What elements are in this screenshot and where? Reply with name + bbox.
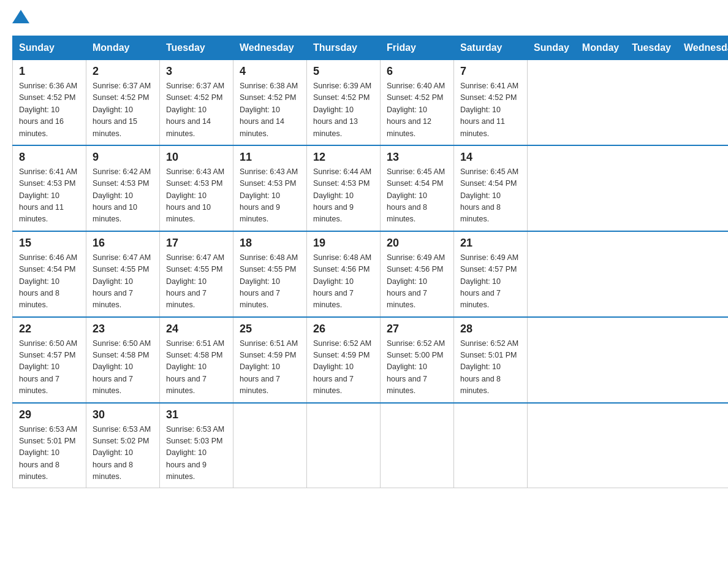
- day-number: 7: [460, 65, 521, 78]
- day-number: 2: [93, 65, 153, 78]
- day-number: 30: [93, 408, 153, 421]
- calendar-cell: 10Sunrise: 6:43 AMSunset: 4:53 PMDayligh…: [160, 145, 233, 231]
- logo-triangle-icon: [12, 10, 29, 23]
- day-info: Sunrise: 6:48 AMSunset: 4:55 PMDaylight:…: [240, 252, 300, 312]
- day-number: 26: [313, 323, 374, 335]
- day-info: Sunrise: 6:52 AMSunset: 5:00 PMDaylight:…: [387, 338, 447, 397]
- calendar-cell: 31Sunrise: 6:53 AMSunset: 5:03 PMDayligh…: [160, 403, 233, 488]
- day-number: 16: [93, 237, 153, 250]
- calendar-cell: 12Sunrise: 6:44 AMSunset: 4:53 PMDayligh…: [307, 145, 381, 231]
- calendar-cell: 2Sunrise: 6:37 AMSunset: 4:52 PMDaylight…: [86, 60, 160, 145]
- day-number: 17: [166, 237, 227, 250]
- calendar-cell: 15Sunrise: 6:46 AMSunset: 4:54 PMDayligh…: [13, 231, 86, 317]
- header-saturday: Saturday: [454, 36, 528, 60]
- day-info: Sunrise: 6:41 AMSunset: 4:53 PMDaylight:…: [19, 166, 80, 226]
- calendar-cell: 8Sunrise: 6:41 AMSunset: 4:53 PMDaylight…: [13, 145, 86, 231]
- calendar-cell: 27Sunrise: 6:52 AMSunset: 5:00 PMDayligh…: [381, 317, 454, 403]
- day-info: Sunrise: 6:51 AMSunset: 4:58 PMDaylight:…: [166, 338, 227, 397]
- calendar-cell: 7Sunrise: 6:41 AMSunset: 4:52 PMDaylight…: [454, 60, 528, 145]
- header-tuesday: Tuesday: [160, 36, 233, 60]
- calendar-cell: [454, 403, 528, 488]
- day-number: 28: [460, 323, 521, 335]
- calendar-cell: 13Sunrise: 6:45 AMSunset: 4:54 PMDayligh…: [381, 145, 454, 231]
- day-info: Sunrise: 6:39 AMSunset: 4:52 PMDaylight:…: [313, 80, 374, 140]
- day-info: Sunrise: 6:41 AMSunset: 4:52 PMDaylight:…: [460, 80, 521, 140]
- day-number: 22: [19, 323, 80, 335]
- day-info: Sunrise: 6:53 AMSunset: 5:01 PMDaylight:…: [19, 424, 80, 483]
- day-number: 15: [19, 237, 80, 250]
- day-number: 8: [19, 151, 80, 164]
- day-number: 19: [313, 237, 374, 250]
- calendar-cell: 6Sunrise: 6:40 AMSunset: 4:52 PMDaylight…: [381, 60, 454, 145]
- calendar-cell: 18Sunrise: 6:48 AMSunset: 4:55 PMDayligh…: [233, 231, 307, 317]
- day-number: 24: [166, 323, 227, 335]
- calendar-cell: 26Sunrise: 6:52 AMSunset: 4:59 PMDayligh…: [307, 317, 381, 403]
- calendar-cell: 21Sunrise: 6:49 AMSunset: 4:57 PMDayligh…: [454, 231, 528, 317]
- calendar-cell: 20Sunrise: 6:49 AMSunset: 4:56 PMDayligh…: [381, 231, 454, 317]
- calendar-cell: [307, 403, 381, 488]
- day-info: Sunrise: 6:50 AMSunset: 4:58 PMDaylight:…: [93, 338, 153, 397]
- day-info: Sunrise: 6:47 AMSunset: 4:55 PMDaylight:…: [93, 252, 153, 312]
- header-sunday: Sunday: [528, 36, 576, 60]
- day-info: Sunrise: 6:38 AMSunset: 4:52 PMDaylight:…: [240, 80, 300, 140]
- calendar-cell: [381, 403, 454, 488]
- calendar-week-row: 8Sunrise: 6:41 AMSunset: 4:53 PMDaylight…: [13, 145, 729, 231]
- day-number: 20: [387, 237, 447, 250]
- calendar-table: SundayMondayTuesdayWednesdayThursdayFrid…: [12, 36, 728, 488]
- day-info: Sunrise: 6:45 AMSunset: 4:54 PMDaylight:…: [460, 166, 521, 226]
- calendar-cell: 23Sunrise: 6:50 AMSunset: 4:58 PMDayligh…: [86, 317, 160, 403]
- calendar-cell: 3Sunrise: 6:37 AMSunset: 4:52 PMDaylight…: [160, 60, 233, 145]
- day-info: Sunrise: 6:43 AMSunset: 4:53 PMDaylight:…: [166, 166, 227, 226]
- calendar-cell: 24Sunrise: 6:51 AMSunset: 4:58 PMDayligh…: [160, 317, 233, 403]
- day-number: 11: [240, 151, 300, 164]
- day-number: 10: [166, 151, 227, 164]
- calendar-cell: 22Sunrise: 6:50 AMSunset: 4:57 PMDayligh…: [13, 317, 86, 403]
- page-header: [12, 12, 716, 23]
- calendar-week-row: 15Sunrise: 6:46 AMSunset: 4:54 PMDayligh…: [13, 231, 729, 317]
- day-number: 29: [19, 408, 80, 421]
- day-info: Sunrise: 6:52 AMSunset: 4:59 PMDaylight:…: [313, 338, 374, 397]
- day-number: 31: [166, 408, 227, 421]
- day-number: 1: [19, 65, 80, 78]
- header-wednesday: Wednesday: [677, 36, 728, 60]
- day-info: Sunrise: 6:37 AMSunset: 4:52 PMDaylight:…: [93, 80, 153, 140]
- day-info: Sunrise: 6:40 AMSunset: 4:52 PMDaylight:…: [387, 80, 447, 140]
- calendar-week-row: 22Sunrise: 6:50 AMSunset: 4:57 PMDayligh…: [13, 317, 729, 403]
- calendar-cell: 19Sunrise: 6:48 AMSunset: 4:56 PMDayligh…: [307, 231, 381, 317]
- header-friday: Friday: [381, 36, 454, 60]
- day-number: 6: [387, 65, 447, 78]
- day-info: Sunrise: 6:42 AMSunset: 4:53 PMDaylight:…: [93, 166, 153, 226]
- day-info: Sunrise: 6:48 AMSunset: 4:56 PMDaylight:…: [313, 252, 374, 312]
- day-info: Sunrise: 6:47 AMSunset: 4:55 PMDaylight:…: [166, 252, 227, 312]
- day-number: 21: [460, 237, 521, 250]
- day-info: Sunrise: 6:53 AMSunset: 5:02 PMDaylight:…: [93, 424, 153, 483]
- calendar-cell: 28Sunrise: 6:52 AMSunset: 5:01 PMDayligh…: [454, 317, 528, 403]
- day-number: 13: [387, 151, 447, 164]
- header-sunday: Sunday: [13, 36, 86, 60]
- day-number: 4: [240, 65, 300, 78]
- calendar-cell: 9Sunrise: 6:42 AMSunset: 4:53 PMDaylight…: [86, 145, 160, 231]
- day-number: 18: [240, 237, 300, 250]
- calendar-cell: 1Sunrise: 6:36 AMSunset: 4:52 PMDaylight…: [13, 60, 86, 145]
- calendar-cell: 16Sunrise: 6:47 AMSunset: 4:55 PMDayligh…: [86, 231, 160, 317]
- calendar-cell: [233, 403, 307, 488]
- calendar-cell: 30Sunrise: 6:53 AMSunset: 5:02 PMDayligh…: [86, 403, 160, 488]
- calendar-week-row: 29Sunrise: 6:53 AMSunset: 5:01 PMDayligh…: [13, 403, 729, 488]
- day-number: 3: [166, 65, 227, 78]
- calendar-cell: 11Sunrise: 6:43 AMSunset: 4:53 PMDayligh…: [233, 145, 307, 231]
- calendar-cell: 17Sunrise: 6:47 AMSunset: 4:55 PMDayligh…: [160, 231, 233, 317]
- day-info: Sunrise: 6:51 AMSunset: 4:59 PMDaylight:…: [240, 338, 300, 397]
- day-info: Sunrise: 6:37 AMSunset: 4:52 PMDaylight:…: [166, 80, 227, 140]
- header-wednesday: Wednesday: [233, 36, 307, 60]
- header-monday: Monday: [86, 36, 160, 60]
- day-number: 12: [313, 151, 374, 164]
- day-info: Sunrise: 6:49 AMSunset: 4:57 PMDaylight:…: [460, 252, 521, 312]
- day-number: 25: [240, 323, 300, 335]
- day-info: Sunrise: 6:50 AMSunset: 4:57 PMDaylight:…: [19, 338, 80, 397]
- day-info: Sunrise: 6:43 AMSunset: 4:53 PMDaylight:…: [240, 166, 300, 226]
- calendar-header-row: SundayMondayTuesdayWednesdayThursdayFrid…: [13, 36, 729, 60]
- header-tuesday: Tuesday: [626, 36, 678, 60]
- calendar-cell: 5Sunrise: 6:39 AMSunset: 4:52 PMDaylight…: [307, 60, 381, 145]
- day-info: Sunrise: 6:49 AMSunset: 4:56 PMDaylight:…: [387, 252, 447, 312]
- day-number: 14: [460, 151, 521, 164]
